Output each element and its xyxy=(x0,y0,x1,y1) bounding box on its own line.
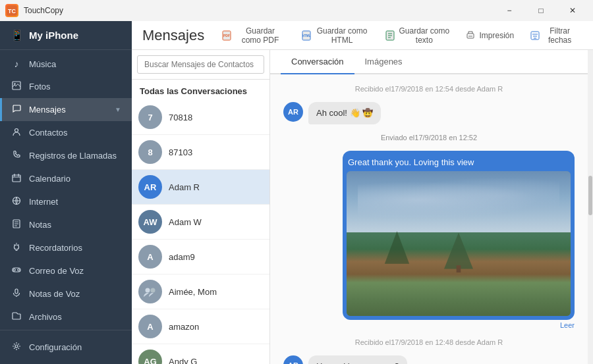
sender-avatar: AR xyxy=(283,102,303,122)
message-row: AR Ah cool! 👋 🤠 xyxy=(283,102,575,124)
tabs-bar: Conversación Imágenes xyxy=(270,50,588,74)
svg-point-9 xyxy=(14,269,16,271)
sidebar-item-notas[interactable]: Notas xyxy=(0,213,132,236)
contacts-icon xyxy=(11,127,22,138)
print-label: Impresión xyxy=(479,31,514,40)
photos-icon xyxy=(11,81,22,92)
print-button[interactable]: Impresión xyxy=(459,27,521,44)
search-input[interactable] xyxy=(137,55,264,74)
sidebar-label-registros: Registros de Llamadas xyxy=(29,151,121,161)
close-button[interactable]: ✕ xyxy=(557,0,588,21)
message-bubble: Ah cool! 👋 🤠 xyxy=(308,102,381,124)
messages-area[interactable]: Recibido el17/9/2018 en 12:54 desde Adam… xyxy=(270,74,588,364)
save-pdf-button[interactable]: PDF Guardar como PDF xyxy=(215,23,292,48)
message-row: AR Hey pal how are you? xyxy=(283,355,575,364)
filter-dates-button[interactable]: Filtrar fechas xyxy=(523,23,582,48)
sender-avatar: AR xyxy=(283,355,303,364)
sidebar-label-notas: Notas xyxy=(29,220,121,230)
sidebar-header: 📱 My iPhone xyxy=(0,21,132,50)
message-bubble: Hey pal how are you? xyxy=(308,355,407,364)
sidebar-item-registros[interactable]: Registros de Llamadas xyxy=(0,144,132,167)
reminders-icon xyxy=(11,242,22,253)
svg-rect-22 xyxy=(457,265,461,273)
sidebar-nav: ♪ Música Fotos M xyxy=(0,50,132,330)
image-bubble: Great thank you. Loving this view xyxy=(343,151,575,320)
svg-text:HTML: HTML xyxy=(302,34,311,38)
avatar: A xyxy=(138,315,162,338)
avatar: AG xyxy=(138,350,162,364)
svg-text:PDF: PDF xyxy=(223,34,230,38)
list-item-adamr[interactable]: AR Adam R xyxy=(132,170,269,205)
sidebar-label-notasvoz: Notas de Voz xyxy=(29,289,121,299)
svg-point-4 xyxy=(15,129,18,132)
svg-point-10 xyxy=(18,269,20,271)
iphone-icon: 📱 xyxy=(11,29,24,41)
save-html-button[interactable]: HTML Guardar como HTML xyxy=(295,23,376,48)
title-bar-left: TC TouchCopy xyxy=(5,4,63,17)
calendar-icon xyxy=(11,173,22,184)
filter-dates-label: Filtrar fechas xyxy=(544,26,576,45)
svg-rect-5 xyxy=(13,175,20,182)
tab-conversacion[interactable]: Conversación xyxy=(281,50,354,74)
list-item[interactable]: Aimée, Mom xyxy=(132,274,269,309)
scrollbar[interactable] xyxy=(588,50,593,364)
sidebar-label-contactos: Contactos xyxy=(29,128,121,138)
avatar: 7 xyxy=(138,105,162,129)
search-box xyxy=(132,50,269,80)
notes-icon xyxy=(11,219,22,230)
avatar: AW xyxy=(138,210,162,234)
sidebar-footer: Configuración xyxy=(0,330,132,364)
sidebar-label-configuracion: Configuración xyxy=(29,342,121,352)
sidebar-item-musica[interactable]: ♪ Música xyxy=(0,53,132,75)
sidebar-header-title: My iPhone xyxy=(29,30,78,41)
save-pdf-label: Guardar como PDF xyxy=(235,26,285,45)
sidebar-item-recordatorios[interactable]: Recordatorios xyxy=(0,236,132,259)
svg-text:TC: TC xyxy=(8,8,16,14)
window-controls: − □ ✕ xyxy=(494,0,588,21)
sidebar-item-mensajes[interactable]: Mensajes ▼ xyxy=(0,98,132,121)
calls-icon xyxy=(11,150,22,161)
app-title: TouchCopy xyxy=(24,6,63,15)
avatar xyxy=(138,280,162,303)
sidebar-item-contactos[interactable]: Contactos xyxy=(0,121,132,144)
sidebar-item-calendario[interactable]: Calendario xyxy=(0,167,132,190)
list-item[interactable]: A adam9 xyxy=(132,240,269,274)
list-item[interactable]: A amazon xyxy=(132,309,269,344)
sidebar-item-correo[interactable]: Correo de Voz xyxy=(0,259,132,282)
print-icon xyxy=(465,30,476,41)
tab-imagenes[interactable]: Imágenes xyxy=(354,50,413,74)
sidebar-label-correo: Correo de Voz xyxy=(29,266,121,276)
list-item[interactable]: 7 70818 xyxy=(132,100,269,135)
sidebar-label-archivos: Archivos xyxy=(29,312,121,322)
sidebar-item-internet[interactable]: Internet xyxy=(0,190,132,213)
pdf-icon: PDF xyxy=(221,30,232,41)
sidebar-item-archivos[interactable]: Archivos xyxy=(0,305,132,328)
app-body: 📱 My iPhone ♪ Música Fotos xyxy=(0,21,593,364)
list-item[interactable]: 8 87103 xyxy=(132,135,269,170)
avatar: AR xyxy=(138,175,162,199)
sidebar-label-calendario: Calendario xyxy=(29,174,121,184)
sidebar-item-notasvoz[interactable]: Notas de Voz xyxy=(0,282,132,305)
list-item[interactable]: AW Adam W xyxy=(132,205,269,240)
sidebar-item-fotos[interactable]: Fotos xyxy=(0,75,132,98)
avatar: A xyxy=(138,245,162,269)
toolbar: Mensajes PDF Guardar como PDF HTML xyxy=(132,21,593,50)
save-text-button[interactable]: Guardar como texto xyxy=(378,23,456,48)
conv-list-title: Todas las Conversaciones xyxy=(132,80,269,100)
right-panel: Conversación Imágenes Recibido el17/9/20… xyxy=(270,50,588,364)
message-row: Great thank you. Loving this view xyxy=(283,151,575,329)
message-meta: Recibido el17/9/2018 en 12:48 desde Adam… xyxy=(283,338,575,346)
maximize-button[interactable]: □ xyxy=(526,0,556,21)
main-content: Mensajes PDF Guardar como PDF HTML xyxy=(132,21,593,364)
scrollbar-thumb[interactable] xyxy=(588,176,592,215)
list-item[interactable]: AG Andy G xyxy=(132,344,269,364)
minimize-button[interactable]: − xyxy=(494,0,524,21)
message-meta: Enviado el17/9/2018 en 12:52 xyxy=(283,134,575,142)
image-attachment xyxy=(347,171,571,316)
sidebar-item-configuracion[interactable]: Configuración xyxy=(0,336,132,359)
sidebar-label-mensajes: Mensajes xyxy=(29,105,108,115)
read-label: Leer xyxy=(560,320,575,329)
save-text-label: Guardar como texto xyxy=(399,26,449,45)
text-icon xyxy=(385,30,395,41)
svg-rect-11 xyxy=(15,289,18,294)
